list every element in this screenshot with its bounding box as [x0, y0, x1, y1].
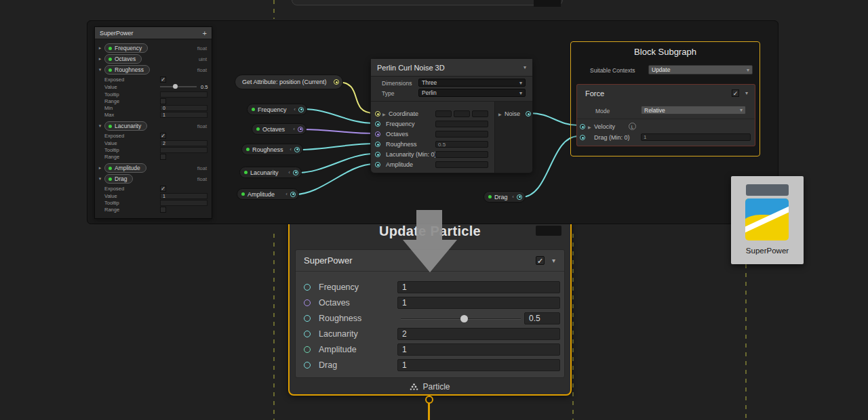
- coordinate-z-field[interactable]: [472, 110, 488, 117]
- property-pill[interactable]: Drag: [104, 174, 133, 184]
- octaves-field[interactable]: [435, 131, 488, 138]
- frequency-field[interactable]: 1: [397, 281, 560, 293]
- port-icon[interactable]: [304, 331, 311, 337]
- parameter-node-drag[interactable]: Drag ‹: [484, 191, 526, 203]
- wire-roughness[interactable]: [299, 144, 374, 150]
- property-pill[interactable]: Amplitude: [104, 163, 146, 173]
- mode-dropdown[interactable]: Relative ▾: [641, 106, 746, 114]
- wire-frequency[interactable]: [303, 109, 374, 123]
- chevron-down-icon[interactable]: ▾: [98, 176, 102, 182]
- parameter-node-roughness[interactable]: Roughness ‹: [241, 144, 303, 155]
- expander-icon[interactable]: ▶: [588, 125, 591, 129]
- range-checkbox[interactable]: [160, 154, 166, 160]
- parameter-node-octaves[interactable]: Octaves ‹: [252, 123, 307, 135]
- parameter-node-lacunarity[interactable]: Lacunarity ‹: [239, 167, 302, 178]
- port-icon[interactable]: [304, 284, 311, 291]
- property-frequency[interactable]: ▸ Frequency float: [98, 43, 209, 53]
- wire-octaves[interactable]: [302, 129, 374, 133]
- value-slider-handle[interactable]: [173, 84, 178, 89]
- port-icon[interactable]: [304, 299, 311, 306]
- value-field[interactable]: 2: [160, 140, 208, 146]
- property-pill[interactable]: Frequency: [104, 43, 148, 53]
- octaves-field[interactable]: 1: [397, 297, 560, 309]
- amplitude-field[interactable]: 1: [397, 343, 560, 356]
- block-enabled-checkbox[interactable]: ✓: [536, 256, 545, 265]
- tooltip-field[interactable]: [160, 147, 208, 153]
- chevron-down-icon[interactable]: ▾: [552, 257, 555, 264]
- value-slider-track[interactable]: [160, 86, 197, 87]
- collapse-icon[interactable]: ‹: [512, 194, 514, 200]
- tooltip-field[interactable]: [160, 91, 208, 98]
- roughness-slider-handle[interactable]: [460, 315, 468, 322]
- exposed-checkbox[interactable]: ✓: [160, 77, 166, 83]
- amplitude-field[interactable]: [435, 161, 488, 168]
- collapse-icon[interactable]: ‹: [293, 126, 295, 132]
- amplitude-port-icon[interactable]: [375, 162, 380, 167]
- parameter-node-amplitude[interactable]: Amplitude ‹: [237, 188, 299, 200]
- drag-field[interactable]: 1: [397, 359, 560, 371]
- drag-value-field[interactable]: 1: [641, 133, 751, 141]
- add-property-button[interactable]: +: [203, 29, 207, 37]
- output-port-icon[interactable]: [294, 147, 300, 152]
- lacunarity-field[interactable]: 2: [397, 328, 560, 340]
- type-dropdown[interactable]: Perlin ▾: [418, 89, 526, 97]
- frequency-field[interactable]: [435, 121, 488, 127]
- blackboard-panel[interactable]: SuperPower + ▸ Frequency float ▸ Octaves…: [94, 26, 212, 219]
- exposed-checkbox[interactable]: ✓: [160, 186, 166, 192]
- roughness-field[interactable]: 0.5: [524, 312, 560, 324]
- force-enabled-checkbox[interactable]: ✓: [732, 89, 739, 97]
- perlin-curl-noise-node[interactable]: Perlin Curl Noise 3D ▾ Dimensions Three …: [370, 58, 533, 173]
- block-subgraph-container[interactable]: Block Subgraph Suitable Contexts Update …: [570, 41, 760, 156]
- value-field[interactable]: 1: [160, 193, 208, 199]
- port-icon[interactable]: [304, 346, 311, 353]
- expander-icon[interactable]: ▶: [382, 112, 386, 117]
- frequency-port-icon[interactable]: [375, 121, 380, 127]
- collapse-icon[interactable]: ‹: [288, 169, 290, 175]
- output-port-icon[interactable]: [298, 107, 304, 112]
- output-port-icon[interactable]: [290, 192, 296, 197]
- coordinate-x-field[interactable]: [435, 110, 452, 117]
- superpower-asset-card[interactable]: SuperPower: [731, 176, 804, 264]
- collapse-icon[interactable]: ‹: [285, 191, 288, 197]
- max-field[interactable]: 1: [160, 112, 208, 118]
- property-roughness[interactable]: ▾ Roughness float: [98, 65, 209, 75]
- node-header[interactable]: Perlin Curl Noise 3D ▾: [371, 59, 532, 77]
- wire-amplitude[interactable]: [295, 164, 374, 194]
- chevron-right-icon[interactable]: ▸: [98, 45, 102, 51]
- force-block[interactable]: Force ✓ ▾ Mode Relative ▾ ▶ Velocity L D…: [576, 84, 755, 146]
- output-port-icon[interactable]: [293, 170, 298, 175]
- min-field[interactable]: 0: [160, 105, 208, 111]
- property-pill[interactable]: Roughness: [104, 65, 150, 75]
- property-lacunarity[interactable]: ▾ Lacunarity float: [98, 121, 209, 131]
- roughness-port-icon[interactable]: [375, 142, 380, 147]
- octaves-port-icon[interactable]: [375, 131, 380, 137]
- chevron-down-icon[interactable]: ▾: [98, 123, 102, 129]
- property-pill[interactable]: Lacunarity: [104, 121, 147, 131]
- lacunarity-field[interactable]: [435, 151, 488, 158]
- tooltip-field[interactable]: [160, 200, 208, 206]
- initialize-context-partial[interactable]: [292, 0, 563, 5]
- range-checkbox[interactable]: [160, 207, 166, 213]
- coordinate-y-field[interactable]: [454, 110, 470, 117]
- range-checkbox[interactable]: [160, 98, 166, 104]
- property-pill[interactable]: Octaves: [104, 54, 142, 64]
- noise-output-port-icon[interactable]: [526, 111, 531, 117]
- wire-lacunarity[interactable]: [298, 154, 374, 173]
- output-port-icon[interactable]: [334, 79, 339, 85]
- collapse-icon[interactable]: ‹: [290, 146, 292, 152]
- chevron-down-icon[interactable]: ▾: [524, 64, 526, 70]
- dimensions-dropdown[interactable]: Three ▾: [418, 79, 526, 87]
- property-amplitude[interactable]: ▸ Amplitude float: [98, 163, 209, 173]
- suitable-contexts-dropdown[interactable]: Update ▾: [648, 65, 753, 75]
- collapse-icon[interactable]: ‹: [294, 106, 296, 112]
- local-space-badge[interactable]: L: [629, 123, 636, 130]
- port-icon[interactable]: [304, 315, 311, 322]
- exposed-checkbox[interactable]: ✓: [160, 133, 166, 139]
- flow-output-port[interactable]: [425, 396, 433, 404]
- roughness-field[interactable]: 0.5: [435, 141, 488, 148]
- chevron-down-icon[interactable]: ▾: [745, 90, 748, 96]
- output-port-icon[interactable]: [298, 127, 303, 132]
- coordinate-port-icon[interactable]: [375, 111, 380, 117]
- chevron-right-icon[interactable]: ▸: [98, 165, 102, 171]
- property-octaves[interactable]: ▸ Octaves uint: [98, 54, 209, 64]
